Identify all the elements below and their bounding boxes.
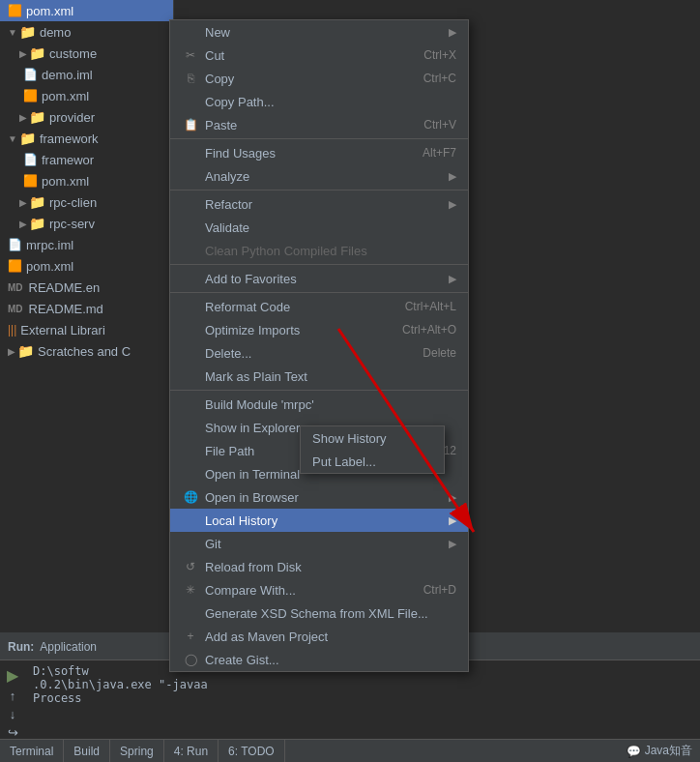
sidebar-item-framewor-sub[interactable]: 📄 framewor <box>0 149 173 170</box>
sidebar-item-readme-en[interactable]: MD README.en <box>0 277 173 298</box>
menu-shortcut-find: Alt+F7 <box>423 146 456 160</box>
menu-item-find-usages[interactable]: Find Usages Alt+F7 <box>170 141 468 164</box>
menu-item-new[interactable]: New ▶ <box>170 20 468 44</box>
submenu-arrow-favorites: ▶ <box>449 273 456 285</box>
menu-label-paste: Paste <box>205 118 237 132</box>
menu-icon-reload: ↺ <box>182 560 199 573</box>
menu-item-compare[interactable]: ✳ Compare With... Ctrl+D <box>170 578 468 601</box>
menu-label-mark: Mark as Plain Text <box>205 369 307 384</box>
menu-item-create-gist[interactable]: ◯ Create Gist... <box>170 648 468 671</box>
menu-label-filepath: File Path <box>205 444 254 458</box>
menu-label-find-usages: Find Usages <box>205 146 276 161</box>
menu-icon-gist: ◯ <box>182 653 199 666</box>
run-play-icon[interactable]: ▶ <box>7 666 18 685</box>
sidebar-item-provider[interactable]: ▶ 📁 provider <box>0 106 173 128</box>
expand-arrow: ▶ <box>8 346 15 357</box>
menu-item-analyze[interactable]: Analyze ▶ <box>170 164 468 188</box>
run-toolbar: ▶ ↑ ↓ ↪ 📌 🗑 <box>0 660 25 740</box>
run-wrap-icon[interactable]: ↪ <box>8 725 18 740</box>
menu-item-paste[interactable]: 📋 Paste Ctrl+V <box>170 113 468 136</box>
menu-item-gen-xsd[interactable]: Generate XSD Schema from XML File... <box>170 601 468 625</box>
menu-label-build: Build Module 'mrpc' <box>205 397 314 412</box>
menu-item-optimize[interactable]: Optimize Imports Ctrl+Alt+O <box>170 318 468 341</box>
sidebar-item-pom-xml-demo[interactable]: 🟧 pom.xml <box>0 85 173 106</box>
sidebar-item-scratches[interactable]: ▶ 📁 Scratches and C <box>0 340 173 362</box>
folder-icon: 📁 <box>29 109 45 125</box>
sidebar-item-ext-lib[interactable]: ||| External Librari <box>0 319 173 340</box>
menu-label-new: New <box>205 25 230 40</box>
sidebar-item-custome[interactable]: ▶ 📁 custome <box>0 43 173 64</box>
menu-item-cut[interactable]: ✂ Cut Ctrl+X <box>170 44 468 67</box>
submenu-item-put-label[interactable]: Put Label... <box>301 450 444 473</box>
submenu-label-put-label: Put Label... <box>312 454 376 469</box>
menu-icon-compare: ✳ <box>182 583 199 597</box>
menu-icon-paste: 📋 <box>182 118 199 132</box>
menu-item-open-browser[interactable]: 🌐 Open in Browser ▶ <box>170 485 468 509</box>
run-panel-body: ▶ ↑ ↓ ↪ 📌 🗑 D:\softw .0.2\bin\java.exe "… <box>0 660 700 740</box>
sidebar-item-framework[interactable]: ▼ 📁 framework <box>0 128 173 149</box>
tab-spring[interactable]: Spring <box>110 740 164 762</box>
menu-label-cut: Cut <box>205 48 224 63</box>
menu-label-refactor: Refactor <box>205 197 252 212</box>
sidebar-item-rpc-serv[interactable]: ▶ 📁 rpc-serv <box>0 213 173 234</box>
menu-item-reload-disk[interactable]: ↺ Reload from Disk <box>170 555 468 578</box>
submenu-item-show-history[interactable]: Show History <box>301 426 444 450</box>
submenu-arrow-new: ▶ <box>449 26 456 39</box>
sidebar-item-readme-md[interactable]: MD README.md <box>0 298 173 319</box>
sidebar-item-rpc-clien[interactable]: ▶ 📁 rpc-clien <box>0 191 173 213</box>
menu-item-local-history[interactable]: Local History ▶ <box>170 509 468 532</box>
md-file-icon: MD <box>8 304 23 314</box>
menu-item-add-maven[interactable]: + Add as Maven Project <box>170 625 468 648</box>
run-up-icon[interactable]: ↑ <box>10 689 16 703</box>
iml-file-icon: 📄 <box>8 238 22 251</box>
tab-todo[interactable]: 6: TODO <box>219 740 285 762</box>
menu-label-favorites: Add to Favorites <box>205 272 297 286</box>
sidebar-item-demo[interactable]: ▼ 📁 demo <box>0 21 173 43</box>
iml-file-icon: 📄 <box>23 68 38 81</box>
menu-item-copy[interactable]: ⎘ Copy Ctrl+C <box>170 67 468 90</box>
submenu-arrow-git: ▶ <box>449 538 456 550</box>
menu-item-git[interactable]: Git ▶ <box>170 532 468 555</box>
sidebar-item-mrpc-iml[interactable]: 📄 mrpc.iml <box>0 234 173 255</box>
submenu-arrow-local-history: ▶ <box>449 514 456 527</box>
expand-arrow: ▶ <box>19 48 27 59</box>
sidebar-item-demo-iml[interactable]: 📄 demo.iml <box>0 64 173 85</box>
tab-run[interactable]: 4: Run <box>164 740 219 762</box>
menu-icon-maven: + <box>182 630 199 643</box>
menu-shortcut-cut: Ctrl+X <box>423 48 456 62</box>
menu-label-local-history: Local History <box>205 513 277 528</box>
folder-icon: 📁 <box>29 194 45 210</box>
menu-label-reformat: Reformat Code <box>205 300 290 314</box>
menu-item-mark-plain[interactable]: Mark as Plain Text <box>170 365 468 388</box>
menu-item-reformat[interactable]: Reformat Code Ctrl+Alt+L <box>170 295 468 318</box>
sidebar-item-pom-xml-root[interactable]: 🟧 pom.xml <box>0 255 173 277</box>
file-icon: 📄 <box>23 153 38 166</box>
expand-arrow: ▶ <box>19 219 27 229</box>
xml-file-icon: 🟧 <box>8 4 22 17</box>
menu-label-maven: Add as Maven Project <box>205 630 328 644</box>
watermark: 💬 Java知音 <box>627 743 700 759</box>
menu-label-terminal: Open in Terminal <box>205 467 300 482</box>
run-app-label: Application <box>40 640 97 654</box>
library-icon: ||| <box>8 323 16 337</box>
folder-icon: 📁 <box>29 45 45 61</box>
menu-item-refactor[interactable]: Refactor ▶ <box>170 192 468 216</box>
submenu-arrow-refactor: ▶ <box>449 198 456 211</box>
menu-item-delete[interactable]: Delete... Delete <box>170 341 468 365</box>
menu-label-clean: Clean Python Compiled Files <box>205 244 367 258</box>
run-down-icon[interactable]: ↓ <box>10 707 16 721</box>
menu-label-copy: Copy <box>205 72 234 86</box>
tab-build[interactable]: Build <box>64 740 110 762</box>
xml-file-icon: 🟧 <box>23 174 38 188</box>
menu-item-clean-python: Clean Python Compiled Files <box>170 239 468 262</box>
sidebar-item-pom-xml-top[interactable]: 🟧 pom.xml <box>0 0 173 21</box>
context-menu: New ▶ ✂ Cut Ctrl+X ⎘ Copy Ctrl+C Copy Pa… <box>169 19 469 672</box>
menu-item-add-favorites[interactable]: Add to Favorites ▶ <box>170 267 468 290</box>
menu-item-validate[interactable]: Validate <box>170 216 468 239</box>
xml-file-icon: 🟧 <box>23 89 38 103</box>
tab-terminal[interactable]: Terminal <box>0 740 64 762</box>
sidebar-item-pom-xml-fw[interactable]: 🟧 pom.xml <box>0 170 173 191</box>
menu-item-build-module[interactable]: Build Module 'mrpc' <box>170 393 468 416</box>
menu-shortcut-optimize: Ctrl+Alt+O <box>402 323 456 337</box>
menu-item-copy-path[interactable]: Copy Path... <box>170 90 468 113</box>
